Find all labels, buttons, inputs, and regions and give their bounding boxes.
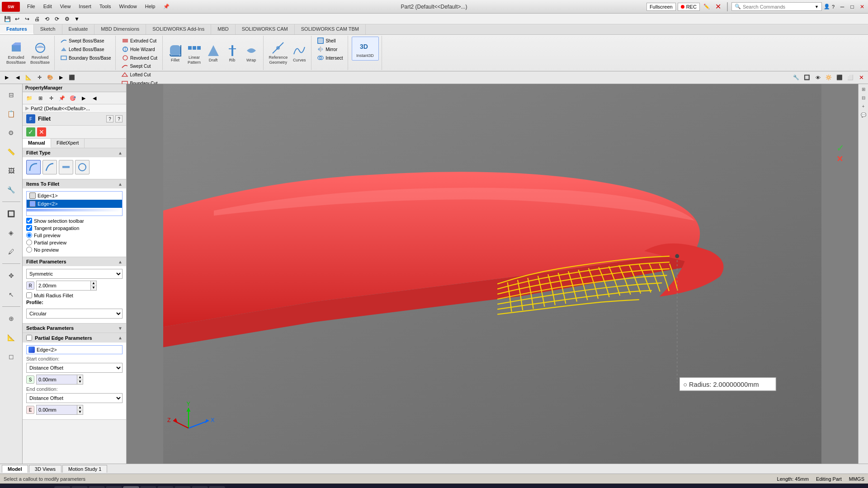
end-value-down[interactable]: ▼ bbox=[77, 410, 83, 415]
tangent-propagation-checkbox[interactable] bbox=[26, 225, 32, 231]
close-button[interactable]: ✕ bbox=[858, 3, 866, 11]
fillet-tab-filletxpert[interactable]: FilletXpert bbox=[51, 139, 85, 148]
viewport[interactable]: ✓ ✕ bbox=[127, 84, 858, 464]
section-partial-header[interactable]: Partial Edge Parameters ▲ bbox=[23, 333, 126, 343]
ft-tb-btn2[interactable]: ⊞ bbox=[35, 93, 45, 103]
qa-save[interactable]: 💾 bbox=[3, 14, 12, 23]
tab-sketch[interactable]: Sketch bbox=[34, 24, 62, 34]
reference-geometry-button[interactable]: ReferenceGeometry bbox=[267, 40, 290, 66]
windows-start-button[interactable] bbox=[2, 486, 20, 488]
close-title-button[interactable]: ✕ bbox=[713, 2, 723, 12]
start-value-down[interactable]: ▼ bbox=[77, 380, 83, 385]
ft-tb-btn6[interactable]: ▶ bbox=[79, 93, 89, 103]
section-items-header[interactable]: Items To Fillet ▲ bbox=[23, 179, 126, 188]
tb2-view2[interactable]: 🔲 bbox=[802, 73, 812, 83]
tab-sw-cam[interactable]: SOLIDWORKS CAM bbox=[236, 24, 295, 34]
rp-chat[interactable]: 💬 bbox=[859, 111, 868, 119]
taskbar-search-button[interactable] bbox=[20, 486, 36, 488]
start-condition-select[interactable]: Distance Offset Percentage Offset Vertex bbox=[26, 363, 123, 373]
tb2-close[interactable]: ✕ bbox=[856, 73, 866, 83]
rib-button[interactable]: Rib bbox=[223, 42, 241, 64]
qa-dropdown[interactable]: ▼ bbox=[72, 14, 81, 23]
extruded-cut-button[interactable]: Extruded Cut bbox=[120, 37, 159, 45]
mirror-button[interactable]: Mirror bbox=[315, 45, 344, 53]
tb2-btn4[interactable]: ✛ bbox=[34, 73, 44, 83]
tab-sw-addins[interactable]: SOLIDWORKS Add-Ins bbox=[146, 24, 211, 34]
edge1-item[interactable]: Edge<1> bbox=[27, 192, 122, 200]
curves-button[interactable]: Curves bbox=[290, 42, 308, 64]
end-value-up[interactable]: ▲ bbox=[77, 405, 83, 410]
partial-preview-radio[interactable] bbox=[26, 239, 32, 245]
taskbar-item-app5[interactable]: 🔧 bbox=[192, 486, 208, 488]
instant3d-button[interactable]: 3D Instant3D bbox=[352, 37, 379, 61]
lp-select[interactable]: ↖ bbox=[2, 286, 20, 304]
tb2-btn2[interactable]: ◀ bbox=[13, 73, 23, 83]
lp-plane[interactable]: ◻ bbox=[2, 347, 20, 366]
tb2-btn5[interactable]: 🎨 bbox=[45, 73, 55, 83]
tb2-expand[interactable]: ⬛ bbox=[835, 73, 844, 83]
lofted-boss-button[interactable]: Lofted Boss/Base bbox=[58, 45, 113, 53]
show-selection-toolbar-checkbox[interactable] bbox=[26, 218, 32, 224]
lp-measure[interactable]: 📐 bbox=[2, 328, 20, 347]
menu-insert[interactable]: Insert bbox=[75, 3, 95, 10]
profile-type-select[interactable]: Circular Conic Curvature Continuous bbox=[26, 309, 123, 319]
lp-cam[interactable]: 🔧 bbox=[2, 181, 20, 199]
wrap-button[interactable]: Wrap bbox=[242, 42, 260, 64]
view-tab-model[interactable]: Model bbox=[2, 465, 28, 473]
view-tab-motion[interactable]: Motion Study 1 bbox=[62, 465, 107, 473]
tb2-restore[interactable]: ⬜ bbox=[845, 73, 855, 83]
search-input[interactable] bbox=[743, 4, 813, 9]
swept-cut-button[interactable]: Swept Cut bbox=[119, 62, 159, 70]
lofted-cut-button[interactable]: Lofted Cut bbox=[119, 70, 159, 79]
maximize-button[interactable]: □ bbox=[848, 3, 856, 11]
taskbar-item-app2[interactable]: 📊 bbox=[140, 486, 156, 488]
taskbar-item-edge[interactable]: 🌐 bbox=[71, 486, 88, 488]
intersect-button[interactable]: Intersect bbox=[315, 54, 344, 62]
lp-tool3[interactable]: 🖊 bbox=[2, 243, 20, 261]
search-box[interactable]: 🔍 ▼ bbox=[731, 2, 822, 11]
ft-tb-btn5[interactable]: 🎯 bbox=[68, 93, 78, 103]
tb2-btn3[interactable]: 📐 bbox=[24, 73, 33, 83]
menu-help[interactable]: Help bbox=[142, 3, 159, 10]
radius-down-arrow[interactable]: ▼ bbox=[91, 286, 96, 291]
viewport-ok-button[interactable]: ✓ bbox=[836, 143, 847, 154]
tb2-view1[interactable]: 🔧 bbox=[791, 73, 801, 83]
start-value-up[interactable]: ▲ bbox=[77, 375, 83, 380]
end-condition-select[interactable]: Distance Offset Percentage Offset Vertex bbox=[26, 393, 123, 403]
fillet-type-constant[interactable] bbox=[26, 160, 41, 174]
fillet-ok-button[interactable]: ✓ bbox=[26, 127, 35, 136]
menu-pin[interactable]: 📌 bbox=[160, 3, 173, 10]
fillet-type-full-round[interactable] bbox=[75, 160, 90, 174]
qa-arrow-undo[interactable]: ⟲ bbox=[42, 14, 52, 23]
section-fillet-type-header[interactable]: Fillet Type ▲ bbox=[23, 148, 126, 157]
tab-mbd-dim[interactable]: MBD Dimensions bbox=[94, 24, 146, 34]
radius-up-arrow[interactable]: ▲ bbox=[91, 281, 96, 286]
qa-print[interactable]: 🖨 bbox=[33, 14, 42, 23]
tb2-btn7[interactable]: ⬛ bbox=[67, 73, 77, 83]
taskbar-item-app3[interactable]: ⚙ bbox=[157, 486, 174, 488]
rp-collapse[interactable]: ⊟ bbox=[859, 94, 868, 102]
qa-undo[interactable]: ↩ bbox=[13, 14, 22, 23]
fillet-type-face[interactable] bbox=[59, 160, 73, 174]
menu-view[interactable]: View bbox=[57, 3, 75, 10]
fillet-help2-button[interactable]: ? bbox=[115, 115, 123, 122]
lp-tool1[interactable]: 🔲 bbox=[2, 205, 20, 223]
fullscreen-button[interactable]: Fullscreen bbox=[646, 3, 676, 11]
menu-window[interactable]: Window bbox=[116, 3, 141, 10]
draft-button[interactable]: Draft bbox=[204, 42, 222, 64]
question-icon[interactable]: ? bbox=[832, 4, 835, 9]
radius-input[interactable] bbox=[36, 281, 90, 291]
boundary-boss-button[interactable]: Boundary Boss/Base bbox=[58, 54, 113, 62]
revolved-cut-button[interactable]: Revolved Cut bbox=[120, 54, 159, 62]
hole-wizard-button[interactable]: Hole Wizard bbox=[120, 45, 159, 53]
tb2-btn1[interactable]: ▶ bbox=[2, 73, 12, 83]
tab-evaluate[interactable]: Evaluate bbox=[62, 24, 95, 34]
ft-tb-btn3[interactable]: ✛ bbox=[46, 93, 56, 103]
taskbar-taskview-button[interactable] bbox=[36, 486, 52, 488]
ft-tb-btn7[interactable]: ◀ bbox=[90, 93, 99, 103]
taskbar-item-solidworks[interactable]: SW bbox=[123, 486, 139, 488]
lp-featuremanager[interactable]: ⊟ bbox=[2, 86, 20, 104]
qa-arrow-redo[interactable]: ⟳ bbox=[52, 14, 61, 23]
section-params-header[interactable]: Fillet Parameters ▲ bbox=[23, 257, 126, 266]
user-icon[interactable]: 👤 bbox=[824, 4, 830, 9]
